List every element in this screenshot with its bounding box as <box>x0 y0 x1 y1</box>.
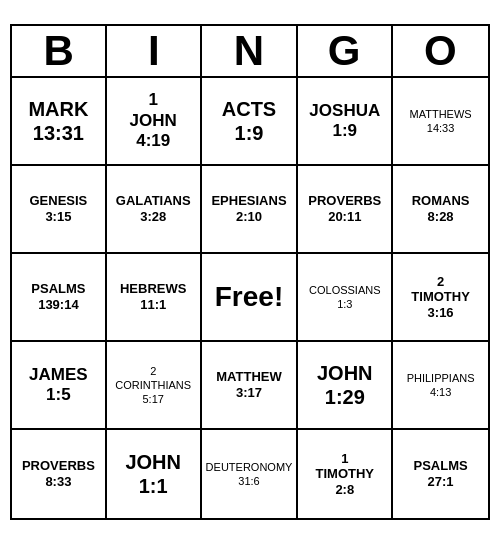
cell-text: JOHN1:1 <box>125 450 181 498</box>
cell-text: EPHESIANS2:10 <box>211 193 286 224</box>
bingo-cell-0: MARK13:31 <box>12 78 107 166</box>
bingo-cell-20: PROVERBS8:33 <box>12 430 107 518</box>
bingo-cell-24: PSALMS27:1 <box>393 430 488 518</box>
bingo-card: BINGO MARK13:311JOHN4:19ACTS1:9JOSHUA1:9… <box>10 24 490 520</box>
bingo-cell-21: JOHN1:1 <box>107 430 202 518</box>
header-letter-i: I <box>107 26 202 76</box>
bingo-cell-4: MATTHEWS14:33 <box>393 78 488 166</box>
cell-text: 2TIMOTHY3:16 <box>411 274 470 321</box>
bingo-header: BINGO <box>12 26 488 78</box>
cell-text: PSALMS139:14 <box>31 281 85 312</box>
cell-text: ROMANS8:28 <box>412 193 470 224</box>
cell-text: PROVERBS8:33 <box>22 458 95 489</box>
cell-text: JAMES1:5 <box>29 365 88 406</box>
bingo-cell-13: COLOSSIANS1:3 <box>298 254 393 342</box>
header-letter-b: B <box>12 26 107 76</box>
cell-text: PROVERBS20:11 <box>308 193 381 224</box>
cell-text: JOHN1:29 <box>317 361 373 409</box>
bingo-cell-3: JOSHUA1:9 <box>298 78 393 166</box>
cell-text: JOSHUA1:9 <box>309 101 380 142</box>
cell-text: MARK13:31 <box>28 97 88 145</box>
cell-text: MATTHEW3:17 <box>216 369 281 400</box>
bingo-cell-10: PSALMS139:14 <box>12 254 107 342</box>
bingo-cell-19: PHILIPPIANS4:13 <box>393 342 488 430</box>
bingo-cell-23: 1TIMOTHY2:8 <box>298 430 393 518</box>
bingo-cell-15: JAMES1:5 <box>12 342 107 430</box>
bingo-cell-5: GENESIS3:15 <box>12 166 107 254</box>
cell-text: 1TIMOTHY2:8 <box>316 451 375 498</box>
cell-text: 2CORINTHIANS5:17 <box>115 364 191 407</box>
cell-text: DEUTERONOMY31:6 <box>206 460 293 489</box>
bingo-cell-6: GALATIANS3:28 <box>107 166 202 254</box>
cell-text: HEBREWS11:1 <box>120 281 186 312</box>
bingo-cell-12: Free! <box>202 254 299 342</box>
cell-text: PSALMS27:1 <box>414 458 468 489</box>
cell-text: GENESIS3:15 <box>30 193 88 224</box>
bingo-cell-17: MATTHEW3:17 <box>202 342 299 430</box>
bingo-cell-11: HEBREWS11:1 <box>107 254 202 342</box>
cell-text: COLOSSIANS1:3 <box>309 283 381 312</box>
cell-text: PHILIPPIANS4:13 <box>407 371 475 400</box>
header-letter-o: O <box>393 26 488 76</box>
bingo-grid: MARK13:311JOHN4:19ACTS1:9JOSHUA1:9MATTHE… <box>12 78 488 518</box>
header-letter-n: N <box>202 26 297 76</box>
cell-text: ACTS1:9 <box>222 97 276 145</box>
bingo-cell-1: 1JOHN4:19 <box>107 78 202 166</box>
bingo-cell-9: ROMANS8:28 <box>393 166 488 254</box>
header-letter-g: G <box>298 26 393 76</box>
bingo-cell-8: PROVERBS20:11 <box>298 166 393 254</box>
free-space: Free! <box>215 281 283 313</box>
bingo-cell-2: ACTS1:9 <box>202 78 299 166</box>
bingo-cell-16: 2CORINTHIANS5:17 <box>107 342 202 430</box>
bingo-cell-7: EPHESIANS2:10 <box>202 166 299 254</box>
bingo-cell-22: DEUTERONOMY31:6 <box>202 430 299 518</box>
bingo-cell-14: 2TIMOTHY3:16 <box>393 254 488 342</box>
bingo-cell-18: JOHN1:29 <box>298 342 393 430</box>
cell-text: MATTHEWS14:33 <box>410 107 472 136</box>
cell-text: GALATIANS3:28 <box>116 193 191 224</box>
cell-text: 1JOHN4:19 <box>130 90 177 151</box>
